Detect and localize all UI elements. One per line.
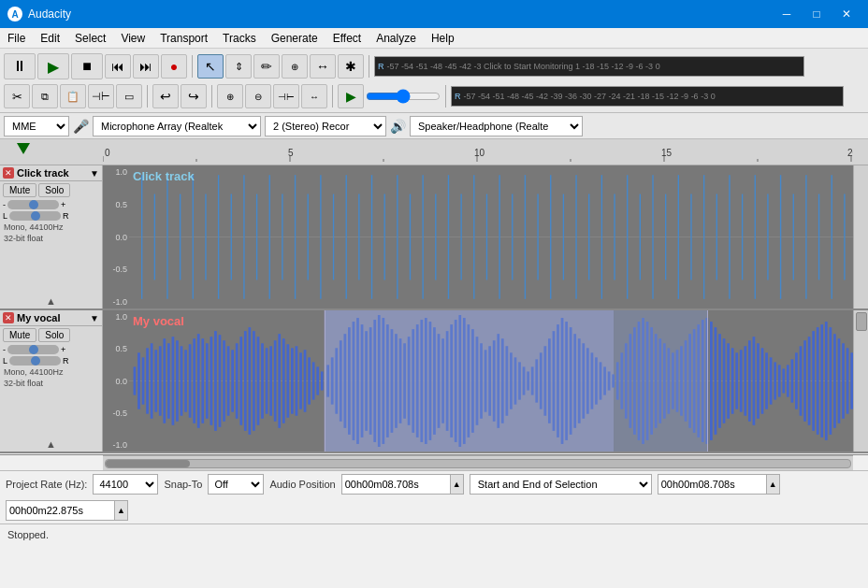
audio-position-label: Audio Position bbox=[269, 479, 335, 490]
timeshift-tool-button[interactable]: ↔ bbox=[310, 54, 336, 79]
close-button[interactable]: ✕ bbox=[832, 4, 861, 24]
svg-rect-240 bbox=[591, 352, 594, 409]
svg-rect-195 bbox=[399, 338, 402, 423]
svg-rect-224 bbox=[523, 366, 526, 394]
input-device-select[interactable]: Microphone Array (Realtek bbox=[93, 116, 261, 136]
click-track-mute-button[interactable]: Mute bbox=[3, 183, 36, 197]
selection-end-input[interactable] bbox=[7, 501, 114, 520]
audio-position-input[interactable] bbox=[342, 475, 450, 494]
vu-meter-input[interactable]: R -57 -54 -51 -48 -45 -42 -3 Click to St… bbox=[374, 56, 804, 77]
menu-view[interactable]: View bbox=[113, 28, 152, 48]
svg-rect-167 bbox=[278, 334, 281, 428]
selection-mode-select[interactable]: Start and End of Selection bbox=[470, 474, 652, 495]
click-track-close-button[interactable]: ✕ bbox=[3, 167, 14, 179]
selection-start-field[interactable]: ▲ bbox=[658, 474, 780, 495]
play-button[interactable]: ▶ bbox=[37, 53, 69, 79]
edit-toolbar: ✂ ⧉ 📋 ⊣⊢ ▭ ↩ ↪ ⊕ ⊖ ⊣⊢ ↔ ▶ R -57 -54 -51 … bbox=[0, 82, 868, 110]
click-track-gain-slider[interactable] bbox=[7, 200, 59, 209]
minimize-button[interactable]: ─ bbox=[773, 4, 801, 24]
trim-button[interactable]: ⊣⊢ bbox=[88, 84, 114, 108]
svg-rect-244 bbox=[608, 371, 611, 390]
horizontal-scrollbar[interactable] bbox=[103, 455, 853, 470]
menu-file[interactable]: File bbox=[0, 28, 33, 48]
vocal-track-waveform[interactable]: 1.0 0.5 0.0 -0.5 -1.0 My vocal bbox=[103, 310, 853, 452]
host-select[interactable]: MME bbox=[4, 116, 69, 136]
app-icon: A bbox=[7, 7, 22, 22]
envelope-tool-button[interactable]: ⇕ bbox=[225, 54, 252, 79]
speed-slider[interactable] bbox=[366, 92, 441, 101]
click-track-pan-slider[interactable] bbox=[9, 211, 61, 221]
svg-rect-148 bbox=[197, 334, 200, 428]
record-button[interactable]: ● bbox=[161, 54, 187, 79]
selection-end-spinner[interactable]: ▲ bbox=[114, 501, 127, 520]
menu-edit[interactable]: Edit bbox=[33, 28, 67, 48]
skip-end-button[interactable]: ⏭ bbox=[133, 54, 159, 79]
paste-button[interactable]: 📋 bbox=[60, 84, 86, 108]
click-track-solo-button[interactable]: Solo bbox=[38, 183, 70, 197]
svg-rect-260 bbox=[676, 350, 679, 411]
pause-button[interactable]: ⏸ bbox=[4, 53, 36, 79]
vocal-track-name[interactable]: My vocal bbox=[14, 312, 90, 323]
vocal-track-collapse-button[interactable]: ▲ bbox=[0, 437, 102, 452]
vocal-track-scrollbar[interactable] bbox=[853, 310, 868, 452]
click-track-waveform[interactable]: 1.0 0.5 0.0 -0.5 -1.0 Click track bbox=[103, 165, 853, 308]
svg-rect-284 bbox=[778, 365, 781, 396]
selection-end-field[interactable]: ▲ bbox=[6, 500, 128, 521]
fit-project-button[interactable]: ↔ bbox=[301, 84, 327, 108]
selection-start-spinner[interactable]: ▲ bbox=[766, 475, 779, 494]
menu-effect[interactable]: Effect bbox=[326, 28, 369, 48]
zoom-out-button[interactable]: ⊖ bbox=[245, 84, 271, 108]
stop-button[interactable]: ■ bbox=[71, 53, 103, 79]
playhead-triangle[interactable] bbox=[17, 143, 30, 154]
rewind-button[interactable]: ⏮ bbox=[105, 54, 131, 79]
hscroll-thumb[interactable] bbox=[106, 460, 190, 467]
snap-to-select[interactable]: Off bbox=[208, 474, 264, 495]
vu-meter-output[interactable]: R -57 -54 -51 -48 -45 -42 -39 -36 -30 -2… bbox=[451, 86, 844, 107]
click-track-collapse-button[interactable]: ▲ bbox=[0, 294, 102, 308]
vscroll-thumb[interactable] bbox=[856, 312, 867, 331]
click-track-arrow[interactable]: ▼ bbox=[90, 168, 99, 179]
draw-tool-button[interactable]: ✏ bbox=[253, 54, 280, 79]
vocal-track-solo-button[interactable]: Solo bbox=[38, 328, 70, 342]
vocal-track-close-button[interactable]: ✕ bbox=[3, 312, 14, 323]
svg-rect-147 bbox=[193, 338, 195, 423]
menu-generate[interactable]: Generate bbox=[264, 28, 326, 48]
select-tool-button[interactable]: ↖ bbox=[197, 54, 224, 79]
play-at-speed-button[interactable]: ▶ bbox=[338, 84, 364, 108]
svg-rect-267 bbox=[705, 318, 708, 444]
undo-button[interactable]: ↩ bbox=[152, 84, 179, 108]
zoom-in-button[interactable]: ⊕ bbox=[217, 84, 243, 108]
click-track-name[interactable]: Click track bbox=[14, 167, 90, 179]
separator-3 bbox=[147, 85, 148, 108]
audio-position-spinner-up[interactable]: ▲ bbox=[450, 475, 463, 494]
audio-position-field[interactable]: ▲ bbox=[341, 474, 464, 495]
redo-button[interactable]: ↪ bbox=[181, 84, 207, 108]
input-vu-scale: -57 -54 -51 -48 -45 -42 -3 Click to Star… bbox=[387, 62, 660, 71]
menu-select[interactable]: Select bbox=[67, 28, 113, 48]
selection-start-input[interactable] bbox=[658, 475, 766, 494]
vocal-track-arrow[interactable]: ▼ bbox=[90, 313, 99, 323]
menu-analyze[interactable]: Analyze bbox=[369, 28, 424, 48]
silence-button[interactable]: ▭ bbox=[116, 84, 142, 108]
project-rate-select[interactable]: 44100 bbox=[93, 474, 158, 495]
output-device-select[interactable]: Speaker/Headphone (Realte bbox=[410, 116, 583, 136]
fit-selection-button[interactable]: ⊣⊢ bbox=[273, 84, 299, 108]
menu-transport[interactable]: Transport bbox=[152, 28, 215, 48]
timeline-ruler[interactable]: 0 5 10 15 20 bbox=[0, 139, 868, 165]
vocal-track-gain-slider[interactable] bbox=[7, 345, 59, 354]
vocal-track-pan-slider[interactable] bbox=[9, 356, 61, 366]
maximize-button[interactable]: □ bbox=[803, 4, 831, 24]
multi-tool-button[interactable]: ✱ bbox=[338, 54, 364, 79]
cut-button[interactable]: ✂ bbox=[4, 84, 30, 108]
zoom-tool-button[interactable]: ⊕ bbox=[282, 54, 308, 79]
channels-select[interactable]: 2 (Stereo) Recor bbox=[265, 116, 386, 136]
vocal-track-mute-button[interactable]: Mute bbox=[3, 328, 36, 342]
menu-tracks[interactable]: Tracks bbox=[215, 28, 264, 48]
svg-rect-153 bbox=[219, 335, 222, 427]
copy-button[interactable]: ⧉ bbox=[32, 84, 58, 108]
svg-rect-232 bbox=[557, 324, 559, 437]
svg-rect-204 bbox=[438, 334, 441, 428]
click-track-scrollbar[interactable] bbox=[853, 165, 868, 308]
vocal-track-waveform-svg bbox=[129, 310, 853, 452]
menu-help[interactable]: Help bbox=[424, 28, 462, 48]
